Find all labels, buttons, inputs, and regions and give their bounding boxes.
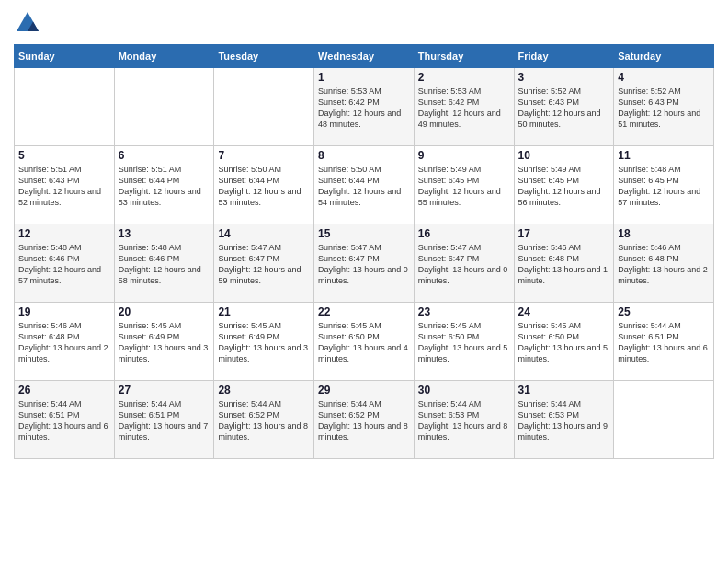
- weekday-header: Friday: [514, 45, 614, 68]
- calendar-cell: 27Sunrise: 5:44 AMSunset: 6:51 PMDayligh…: [114, 381, 214, 459]
- calendar-cell: 20Sunrise: 5:45 AMSunset: 6:49 PMDayligh…: [114, 303, 214, 381]
- day-number: 20: [119, 305, 210, 318]
- day-number: 8: [318, 149, 410, 162]
- day-info: Sunrise: 5:44 AMSunset: 6:51 PMDaylight:…: [119, 398, 210, 443]
- calendar-cell: 5Sunrise: 5:51 AMSunset: 6:43 PMDaylight…: [15, 146, 115, 224]
- calendar-cell: 4Sunrise: 5:52 AMSunset: 6:43 PMDaylight…: [614, 68, 714, 146]
- day-number: 26: [18, 384, 110, 396]
- calendar-cell: 7Sunrise: 5:50 AMSunset: 6:44 PMDaylight…: [214, 146, 314, 224]
- day-number: 10: [518, 149, 610, 162]
- calendar-cell: 13Sunrise: 5:48 AMSunset: 6:46 PMDayligh…: [114, 224, 214, 303]
- calendar-cell: 30Sunrise: 5:44 AMSunset: 6:53 PMDayligh…: [414, 381, 514, 459]
- day-number: 30: [418, 384, 510, 396]
- day-info: Sunrise: 5:48 AMSunset: 6:45 PMDaylight:…: [618, 164, 710, 209]
- calendar-cell: [214, 68, 314, 146]
- day-info: Sunrise: 5:52 AMSunset: 6:43 PMDaylight:…: [518, 86, 610, 131]
- calendar-cell: 12Sunrise: 5:48 AMSunset: 6:46 PMDayligh…: [15, 224, 115, 303]
- day-number: 3: [518, 71, 610, 84]
- weekday-header: Monday: [114, 45, 214, 68]
- day-info: Sunrise: 5:46 AMSunset: 6:48 PMDaylight:…: [518, 242, 610, 287]
- calendar-cell: 15Sunrise: 5:47 AMSunset: 6:47 PMDayligh…: [314, 224, 415, 303]
- calendar-cell: 26Sunrise: 5:44 AMSunset: 6:51 PMDayligh…: [15, 381, 115, 459]
- day-number: 15: [318, 227, 410, 240]
- day-info: Sunrise: 5:47 AMSunset: 6:47 PMDaylight:…: [318, 242, 410, 287]
- calendar: SundayMondayTuesdayWednesdayThursdayFrid…: [14, 44, 714, 459]
- day-number: 24: [518, 305, 610, 318]
- day-number: 1: [318, 71, 410, 84]
- calendar-cell: 23Sunrise: 5:45 AMSunset: 6:50 PMDayligh…: [414, 303, 514, 381]
- calendar-cell: 31Sunrise: 5:44 AMSunset: 6:53 PMDayligh…: [514, 381, 614, 459]
- day-number: 21: [218, 305, 310, 318]
- weekday-header: Tuesday: [214, 45, 314, 68]
- day-info: Sunrise: 5:49 AMSunset: 6:45 PMDaylight:…: [518, 164, 610, 209]
- day-number: 22: [318, 305, 410, 318]
- calendar-cell: 17Sunrise: 5:46 AMSunset: 6:48 PMDayligh…: [514, 224, 614, 303]
- day-info: Sunrise: 5:47 AMSunset: 6:47 PMDaylight:…: [418, 242, 510, 287]
- day-number: 14: [218, 227, 310, 240]
- day-info: Sunrise: 5:45 AMSunset: 6:49 PMDaylight:…: [119, 320, 210, 365]
- header: [14, 9, 714, 37]
- calendar-cell: [15, 68, 115, 146]
- day-info: Sunrise: 5:44 AMSunset: 6:51 PMDaylight:…: [618, 320, 710, 365]
- weekday-header: Wednesday: [314, 45, 415, 68]
- day-info: Sunrise: 5:45 AMSunset: 6:50 PMDaylight:…: [518, 320, 610, 365]
- calendar-cell: 22Sunrise: 5:45 AMSunset: 6:50 PMDayligh…: [314, 303, 415, 381]
- day-info: Sunrise: 5:45 AMSunset: 6:49 PMDaylight:…: [218, 320, 310, 365]
- day-info: Sunrise: 5:45 AMSunset: 6:50 PMDaylight:…: [318, 320, 410, 365]
- day-info: Sunrise: 5:44 AMSunset: 6:52 PMDaylight:…: [218, 398, 310, 443]
- day-number: 2: [418, 71, 510, 84]
- calendar-cell: [614, 381, 714, 459]
- day-number: 31: [518, 384, 610, 396]
- day-info: Sunrise: 5:44 AMSunset: 6:53 PMDaylight:…: [518, 398, 610, 443]
- calendar-cell: 29Sunrise: 5:44 AMSunset: 6:52 PMDayligh…: [314, 381, 415, 459]
- calendar-body: 1Sunrise: 5:53 AMSunset: 6:42 PMDaylight…: [15, 68, 714, 459]
- day-number: 7: [218, 149, 310, 162]
- day-info: Sunrise: 5:44 AMSunset: 6:52 PMDaylight:…: [318, 398, 410, 443]
- calendar-cell: 24Sunrise: 5:45 AMSunset: 6:50 PMDayligh…: [514, 303, 614, 381]
- calendar-cell: 6Sunrise: 5:51 AMSunset: 6:44 PMDaylight…: [114, 146, 214, 224]
- day-info: Sunrise: 5:53 AMSunset: 6:42 PMDaylight:…: [318, 86, 410, 131]
- calendar-week-row: 19Sunrise: 5:46 AMSunset: 6:48 PMDayligh…: [15, 303, 714, 381]
- day-number: 11: [618, 149, 710, 162]
- calendar-cell: 1Sunrise: 5:53 AMSunset: 6:42 PMDaylight…: [314, 68, 415, 146]
- calendar-cell: 10Sunrise: 5:49 AMSunset: 6:45 PMDayligh…: [514, 146, 614, 224]
- calendar-week-row: 12Sunrise: 5:48 AMSunset: 6:46 PMDayligh…: [15, 224, 714, 303]
- day-info: Sunrise: 5:47 AMSunset: 6:47 PMDaylight:…: [218, 242, 310, 287]
- day-info: Sunrise: 5:53 AMSunset: 6:42 PMDaylight:…: [418, 86, 510, 131]
- calendar-cell: 2Sunrise: 5:53 AMSunset: 6:42 PMDaylight…: [414, 68, 514, 146]
- day-info: Sunrise: 5:50 AMSunset: 6:44 PMDaylight:…: [218, 164, 310, 209]
- day-number: 17: [518, 227, 610, 240]
- day-number: 16: [418, 227, 510, 240]
- day-number: 5: [18, 149, 110, 162]
- calendar-cell: 25Sunrise: 5:44 AMSunset: 6:51 PMDayligh…: [614, 303, 714, 381]
- logo: [14, 9, 45, 37]
- day-number: 6: [119, 149, 210, 162]
- calendar-cell: 8Sunrise: 5:50 AMSunset: 6:44 PMDaylight…: [314, 146, 415, 224]
- calendar-cell: 21Sunrise: 5:45 AMSunset: 6:49 PMDayligh…: [214, 303, 314, 381]
- weekday-header: Thursday: [414, 45, 514, 68]
- calendar-week-row: 5Sunrise: 5:51 AMSunset: 6:43 PMDaylight…: [15, 146, 714, 224]
- day-info: Sunrise: 5:45 AMSunset: 6:50 PMDaylight:…: [418, 320, 510, 365]
- weekday-header: Sunday: [15, 45, 115, 68]
- day-number: 19: [18, 305, 110, 318]
- calendar-cell: 3Sunrise: 5:52 AMSunset: 6:43 PMDaylight…: [514, 68, 614, 146]
- day-info: Sunrise: 5:52 AMSunset: 6:43 PMDaylight:…: [618, 86, 710, 131]
- weekday-header: Saturday: [614, 45, 714, 68]
- day-number: 13: [119, 227, 210, 240]
- day-info: Sunrise: 5:50 AMSunset: 6:44 PMDaylight:…: [318, 164, 410, 209]
- calendar-week-row: 26Sunrise: 5:44 AMSunset: 6:51 PMDayligh…: [15, 381, 714, 459]
- calendar-cell: 16Sunrise: 5:47 AMSunset: 6:47 PMDayligh…: [414, 224, 514, 303]
- day-number: 23: [418, 305, 510, 318]
- calendar-cell: 19Sunrise: 5:46 AMSunset: 6:48 PMDayligh…: [15, 303, 115, 381]
- day-info: Sunrise: 5:51 AMSunset: 6:43 PMDaylight:…: [18, 164, 110, 209]
- day-info: Sunrise: 5:44 AMSunset: 6:51 PMDaylight:…: [18, 398, 110, 443]
- day-info: Sunrise: 5:44 AMSunset: 6:53 PMDaylight:…: [418, 398, 510, 443]
- day-info: Sunrise: 5:48 AMSunset: 6:46 PMDaylight:…: [18, 242, 110, 287]
- calendar-header: SundayMondayTuesdayWednesdayThursdayFrid…: [15, 45, 714, 68]
- calendar-cell: 11Sunrise: 5:48 AMSunset: 6:45 PMDayligh…: [614, 146, 714, 224]
- day-number: 18: [618, 227, 710, 240]
- logo-icon: [14, 9, 41, 37]
- day-number: 29: [318, 384, 410, 396]
- day-number: 9: [418, 149, 510, 162]
- day-number: 27: [119, 384, 210, 396]
